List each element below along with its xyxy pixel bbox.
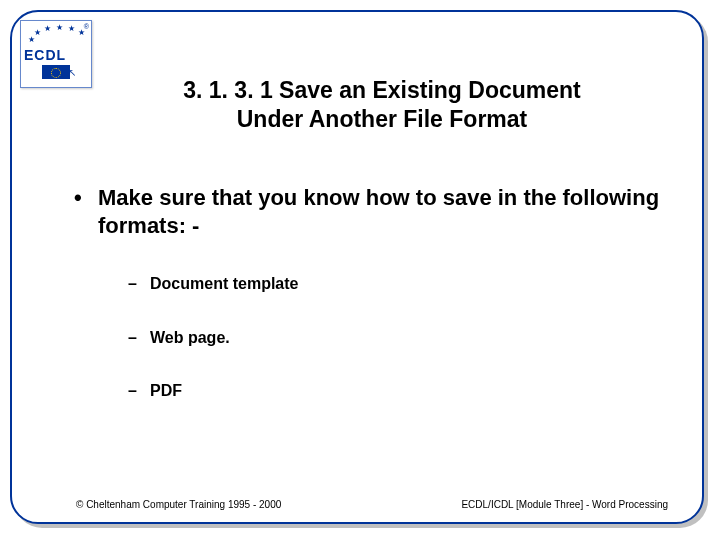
logo-text: ECDL bbox=[24, 47, 88, 63]
ecdl-logo: ★★★ ★★★ ® ECDL ↖ bbox=[20, 20, 92, 88]
sub-bullet-1: Document template bbox=[126, 274, 662, 293]
slide-frame: ★★★ ★★★ ® ECDL ↖ 3. 1. 3. 1 Save an Exis… bbox=[10, 10, 704, 524]
sub-bullet-list: Document template Web page. PDF bbox=[126, 274, 662, 400]
title-line-1: 3. 1. 3. 1 Save an Existing Document bbox=[183, 77, 581, 103]
sub-bullet-3: PDF bbox=[126, 381, 662, 400]
logo-stars-icon: ★★★ ★★★ bbox=[24, 24, 88, 45]
title-line-2: Under Another File Format bbox=[237, 106, 528, 132]
logo-mini-art: ↖ bbox=[24, 65, 88, 78]
footer-right: ECDL/ICDL [Module Three] - Word Processi… bbox=[461, 499, 668, 510]
slide-body: Make sure that you know how to save in t… bbox=[70, 184, 662, 434]
logo-subtext bbox=[24, 79, 88, 85]
sub-bullet-2: Web page. bbox=[126, 328, 662, 347]
cursor-icon: ↖ bbox=[68, 67, 76, 78]
footer-left: © Cheltenham Computer Training 1995 - 20… bbox=[76, 499, 281, 510]
eu-flag-icon bbox=[42, 65, 70, 79]
bullet-main: Make sure that you know how to save in t… bbox=[70, 184, 662, 240]
slide-title: 3. 1. 3. 1 Save an Existing Document Und… bbox=[102, 76, 662, 134]
registered-mark: ® bbox=[84, 23, 89, 30]
